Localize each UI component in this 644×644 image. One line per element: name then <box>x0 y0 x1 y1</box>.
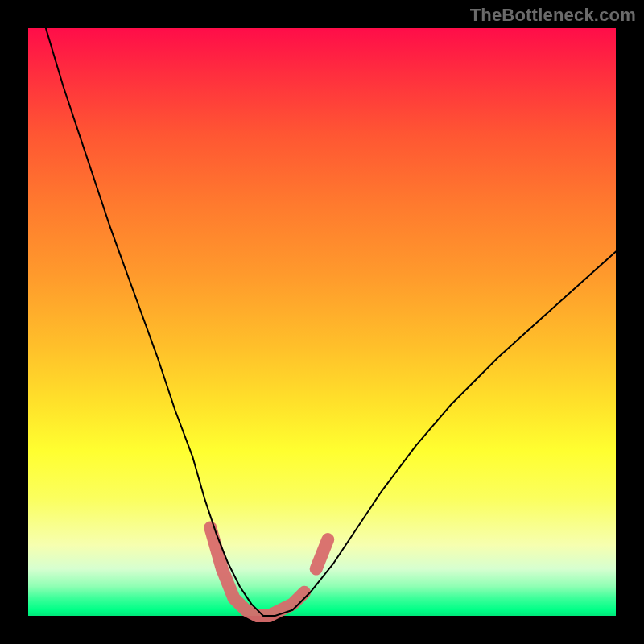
highlight-segment-0 <box>210 528 304 617</box>
chart-stage: TheBottleneck.com <box>0 0 644 644</box>
highlight-segment-1 <box>316 539 328 569</box>
curve-svg <box>28 28 616 616</box>
plot-area <box>28 28 616 616</box>
watermark-text: TheBottleneck.com <box>470 5 636 26</box>
bottleneck-curve <box>46 28 616 616</box>
